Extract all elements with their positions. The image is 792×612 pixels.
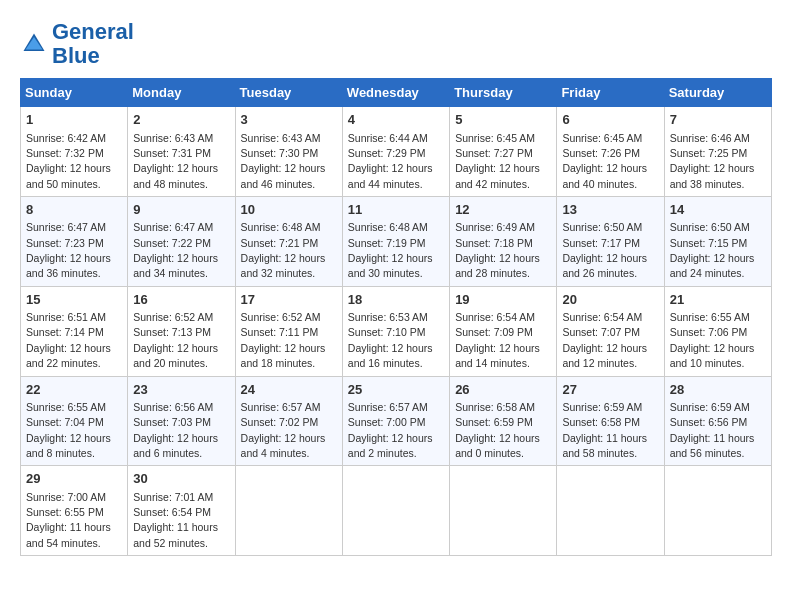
day-number: 18 <box>348 291 444 309</box>
logo: General Blue <box>20 20 134 68</box>
day-number: 4 <box>348 111 444 129</box>
day-number: 7 <box>670 111 766 129</box>
table-row: 21 Sunrise: 6:55 AMSunset: 7:06 PMDaylig… <box>664 286 771 376</box>
table-row: 24 Sunrise: 6:57 AMSunset: 7:02 PMDaylig… <box>235 376 342 466</box>
day-info: Sunrise: 7:00 AMSunset: 6:55 PMDaylight:… <box>26 491 111 549</box>
day-info: Sunrise: 6:43 AMSunset: 7:30 PMDaylight:… <box>241 132 326 190</box>
table-row: 23 Sunrise: 6:56 AMSunset: 7:03 PMDaylig… <box>128 376 235 466</box>
day-info: Sunrise: 6:48 AMSunset: 7:19 PMDaylight:… <box>348 221 433 279</box>
day-number: 9 <box>133 201 229 219</box>
logo-icon <box>20 30 48 58</box>
day-number: 2 <box>133 111 229 129</box>
table-row: 14 Sunrise: 6:50 AMSunset: 7:15 PMDaylig… <box>664 197 771 287</box>
day-number: 21 <box>670 291 766 309</box>
weekday-header-friday: Friday <box>557 79 664 107</box>
table-row <box>235 466 342 556</box>
day-info: Sunrise: 6:54 AMSunset: 7:07 PMDaylight:… <box>562 311 647 369</box>
table-row: 8 Sunrise: 6:47 AMSunset: 7:23 PMDayligh… <box>21 197 128 287</box>
day-number: 13 <box>562 201 658 219</box>
day-info: Sunrise: 6:55 AMSunset: 7:06 PMDaylight:… <box>670 311 755 369</box>
day-number: 23 <box>133 381 229 399</box>
day-info: Sunrise: 6:52 AMSunset: 7:11 PMDaylight:… <box>241 311 326 369</box>
weekday-header-wednesday: Wednesday <box>342 79 449 107</box>
day-number: 29 <box>26 470 122 488</box>
logo-text: General Blue <box>52 20 134 68</box>
day-info: Sunrise: 6:53 AMSunset: 7:10 PMDaylight:… <box>348 311 433 369</box>
day-info: Sunrise: 6:45 AMSunset: 7:27 PMDaylight:… <box>455 132 540 190</box>
table-row <box>342 466 449 556</box>
day-info: Sunrise: 6:45 AMSunset: 7:26 PMDaylight:… <box>562 132 647 190</box>
table-row: 6 Sunrise: 6:45 AMSunset: 7:26 PMDayligh… <box>557 107 664 197</box>
table-row: 29 Sunrise: 7:00 AMSunset: 6:55 PMDaylig… <box>21 466 128 556</box>
table-row: 22 Sunrise: 6:55 AMSunset: 7:04 PMDaylig… <box>21 376 128 466</box>
day-number: 25 <box>348 381 444 399</box>
day-info: Sunrise: 6:44 AMSunset: 7:29 PMDaylight:… <box>348 132 433 190</box>
table-row: 13 Sunrise: 6:50 AMSunset: 7:17 PMDaylig… <box>557 197 664 287</box>
day-info: Sunrise: 6:42 AMSunset: 7:32 PMDaylight:… <box>26 132 111 190</box>
day-number: 11 <box>348 201 444 219</box>
table-row: 3 Sunrise: 6:43 AMSunset: 7:30 PMDayligh… <box>235 107 342 197</box>
day-info: Sunrise: 6:50 AMSunset: 7:15 PMDaylight:… <box>670 221 755 279</box>
table-row: 7 Sunrise: 6:46 AMSunset: 7:25 PMDayligh… <box>664 107 771 197</box>
table-row: 28 Sunrise: 6:59 AMSunset: 6:56 PMDaylig… <box>664 376 771 466</box>
day-info: Sunrise: 6:59 AMSunset: 6:56 PMDaylight:… <box>670 401 755 459</box>
weekday-header-saturday: Saturday <box>664 79 771 107</box>
table-row: 10 Sunrise: 6:48 AMSunset: 7:21 PMDaylig… <box>235 197 342 287</box>
day-info: Sunrise: 6:54 AMSunset: 7:09 PMDaylight:… <box>455 311 540 369</box>
day-number: 6 <box>562 111 658 129</box>
day-info: Sunrise: 6:57 AMSunset: 7:00 PMDaylight:… <box>348 401 433 459</box>
table-row <box>557 466 664 556</box>
day-info: Sunrise: 6:49 AMSunset: 7:18 PMDaylight:… <box>455 221 540 279</box>
table-row <box>664 466 771 556</box>
day-number: 3 <box>241 111 337 129</box>
table-row: 4 Sunrise: 6:44 AMSunset: 7:29 PMDayligh… <box>342 107 449 197</box>
table-row: 27 Sunrise: 6:59 AMSunset: 6:58 PMDaylig… <box>557 376 664 466</box>
day-info: Sunrise: 7:01 AMSunset: 6:54 PMDaylight:… <box>133 491 218 549</box>
day-number: 26 <box>455 381 551 399</box>
table-row: 26 Sunrise: 6:58 AMSunset: 6:59 PMDaylig… <box>450 376 557 466</box>
table-row: 19 Sunrise: 6:54 AMSunset: 7:09 PMDaylig… <box>450 286 557 376</box>
table-row: 25 Sunrise: 6:57 AMSunset: 7:00 PMDaylig… <box>342 376 449 466</box>
day-info: Sunrise: 6:48 AMSunset: 7:21 PMDaylight:… <box>241 221 326 279</box>
table-row: 1 Sunrise: 6:42 AMSunset: 7:32 PMDayligh… <box>21 107 128 197</box>
table-row: 18 Sunrise: 6:53 AMSunset: 7:10 PMDaylig… <box>342 286 449 376</box>
table-row: 5 Sunrise: 6:45 AMSunset: 7:27 PMDayligh… <box>450 107 557 197</box>
day-info: Sunrise: 6:50 AMSunset: 7:17 PMDaylight:… <box>562 221 647 279</box>
table-row: 30 Sunrise: 7:01 AMSunset: 6:54 PMDaylig… <box>128 466 235 556</box>
day-info: Sunrise: 6:47 AMSunset: 7:23 PMDaylight:… <box>26 221 111 279</box>
day-info: Sunrise: 6:55 AMSunset: 7:04 PMDaylight:… <box>26 401 111 459</box>
day-number: 22 <box>26 381 122 399</box>
day-number: 12 <box>455 201 551 219</box>
day-info: Sunrise: 6:52 AMSunset: 7:13 PMDaylight:… <box>133 311 218 369</box>
table-row <box>450 466 557 556</box>
page-header: General Blue <box>20 20 772 68</box>
day-number: 28 <box>670 381 766 399</box>
weekday-header-tuesday: Tuesday <box>235 79 342 107</box>
day-number: 14 <box>670 201 766 219</box>
day-info: Sunrise: 6:46 AMSunset: 7:25 PMDaylight:… <box>670 132 755 190</box>
table-row: 17 Sunrise: 6:52 AMSunset: 7:11 PMDaylig… <box>235 286 342 376</box>
day-info: Sunrise: 6:59 AMSunset: 6:58 PMDaylight:… <box>562 401 647 459</box>
day-number: 27 <box>562 381 658 399</box>
weekday-header-sunday: Sunday <box>21 79 128 107</box>
day-number: 1 <box>26 111 122 129</box>
calendar-table: SundayMondayTuesdayWednesdayThursdayFrid… <box>20 78 772 556</box>
table-row: 20 Sunrise: 6:54 AMSunset: 7:07 PMDaylig… <box>557 286 664 376</box>
day-number: 24 <box>241 381 337 399</box>
day-number: 5 <box>455 111 551 129</box>
day-info: Sunrise: 6:58 AMSunset: 6:59 PMDaylight:… <box>455 401 540 459</box>
day-number: 10 <box>241 201 337 219</box>
table-row: 11 Sunrise: 6:48 AMSunset: 7:19 PMDaylig… <box>342 197 449 287</box>
table-row: 16 Sunrise: 6:52 AMSunset: 7:13 PMDaylig… <box>128 286 235 376</box>
weekday-header-thursday: Thursday <box>450 79 557 107</box>
table-row: 15 Sunrise: 6:51 AMSunset: 7:14 PMDaylig… <box>21 286 128 376</box>
day-info: Sunrise: 6:51 AMSunset: 7:14 PMDaylight:… <box>26 311 111 369</box>
day-number: 30 <box>133 470 229 488</box>
day-info: Sunrise: 6:56 AMSunset: 7:03 PMDaylight:… <box>133 401 218 459</box>
table-row: 2 Sunrise: 6:43 AMSunset: 7:31 PMDayligh… <box>128 107 235 197</box>
day-info: Sunrise: 6:47 AMSunset: 7:22 PMDaylight:… <box>133 221 218 279</box>
table-row: 12 Sunrise: 6:49 AMSunset: 7:18 PMDaylig… <box>450 197 557 287</box>
day-number: 20 <box>562 291 658 309</box>
day-number: 15 <box>26 291 122 309</box>
day-info: Sunrise: 6:57 AMSunset: 7:02 PMDaylight:… <box>241 401 326 459</box>
